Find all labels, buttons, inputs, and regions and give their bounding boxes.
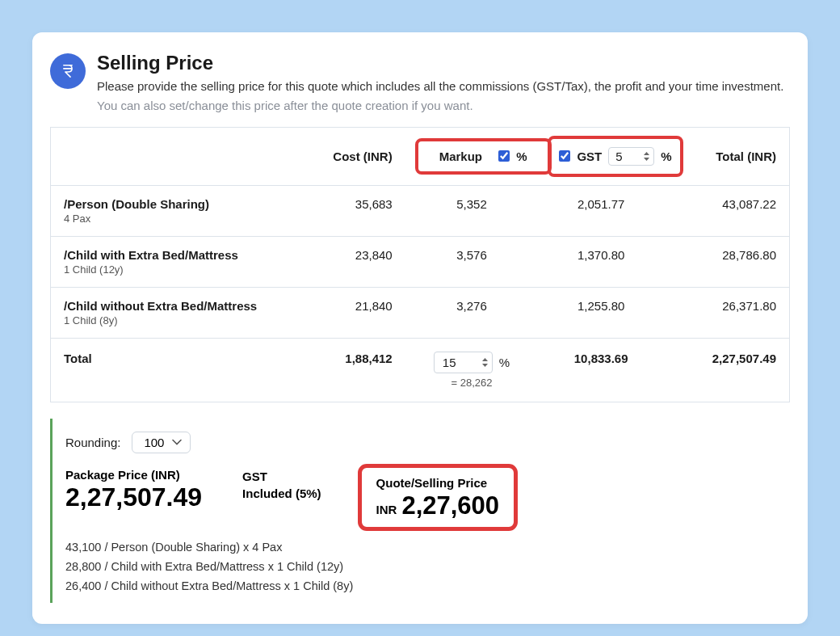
page-hint: You can also set/change this price after…: [97, 99, 783, 112]
summary-panel: Rounding: 100 Package Price (INR) 2,27,5…: [50, 419, 790, 603]
selling-price-card: Selling Price Please provide the selling…: [32, 32, 808, 624]
gst-summary-value: Included (5%): [242, 485, 321, 502]
markup-value-input[interactable]: [443, 356, 481, 369]
row-sublabel: 1 Child (8y): [64, 314, 274, 326]
totals-row: Total 1,88,412 % = 28,262: [51, 338, 790, 402]
markup-percent-checkbox[interactable]: [498, 150, 510, 162]
chevron-down-icon: [172, 439, 182, 445]
quote-price-label: Quote/Selling Price: [376, 476, 500, 490]
row-cost: 21,840: [287, 287, 405, 338]
breakdown-line: 26,400 / Child without Extra Bed/Mattres…: [65, 577, 777, 596]
rounding-label: Rounding:: [65, 436, 120, 449]
row-label: /Child with Extra Bed/Mattress: [64, 248, 274, 262]
breakdown-lines: 43,100 / Person (Double Sharing) x 4 Pax…: [65, 538, 777, 596]
row-label: /Person (Double Sharing): [64, 197, 274, 211]
row-cost: 35,683: [287, 185, 405, 236]
row-total: 28,786.80: [664, 236, 790, 287]
row-gst: 2,051.77: [538, 185, 664, 236]
price-table: Cost (INR) Markup % GST: [50, 127, 790, 402]
svg-point-0: [56, 59, 80, 83]
row-total: 43,087.22: [664, 185, 790, 236]
row-markup: 3,276: [405, 287, 539, 338]
gst-summary-block: GST Included (5%): [242, 468, 321, 502]
table-row: /Child without Extra Bed/Mattress1 Child…: [51, 287, 790, 338]
row-sublabel: 1 Child (12y): [64, 263, 274, 276]
gst-summary-label: GST: [242, 468, 321, 485]
markup-input-wrap[interactable]: [434, 352, 493, 373]
rupee-icon: [50, 53, 86, 89]
gst-checkbox[interactable]: [559, 150, 570, 162]
row-gst: 1,255.80: [538, 287, 664, 338]
gst-percent-label: %: [661, 150, 671, 163]
rounding-value: 100: [144, 436, 164, 449]
gst-value-input[interactable]: [615, 150, 643, 163]
col-markup-header: Markup: [439, 150, 482, 163]
gst-header-highlight: GST %: [551, 139, 679, 174]
markup-percent-sign: %: [499, 356, 510, 369]
gst-spinner[interactable]: [643, 151, 650, 162]
table-row: /Person (Double Sharing)4 Pax 35,683 5,3…: [51, 185, 790, 236]
markup-header-highlight: Markup %: [418, 141, 548, 171]
totals-label: Total: [51, 338, 288, 402]
totals-total: 2,27,507.49: [664, 338, 790, 402]
breakdown-line: 28,800 / Child with Extra Bed/Mattress x…: [65, 558, 777, 577]
row-total: 26,371.80: [664, 287, 790, 338]
markup-percent-label: %: [516, 150, 527, 163]
quote-price-highlight: Quote/Selling Price INR 2,27,600: [362, 468, 514, 527]
package-price-label: Package Price (INR): [65, 468, 202, 482]
markup-equals: = 28,262: [418, 377, 526, 389]
header: Selling Price Please provide the selling…: [50, 52, 790, 112]
quote-price-value: 2,27,600: [401, 491, 499, 520]
col-gst-header: GST: [577, 150, 602, 163]
row-gst: 1,370.80: [538, 236, 664, 287]
package-price-block: Package Price (INR) 2,27,507.49: [65, 468, 202, 512]
quote-currency: INR: [376, 503, 397, 516]
totals-cost: 1,88,412: [287, 338, 405, 402]
table-row: /Child with Extra Bed/Mattress1 Child (1…: [51, 236, 790, 287]
row-label: /Child without Extra Bed/Mattress: [64, 299, 274, 313]
totals-gst: 10,833.69: [538, 338, 664, 402]
row-markup: 5,352: [405, 185, 539, 236]
package-price-value: 2,27,507.49: [65, 483, 202, 512]
col-total-header: Total (INR): [664, 127, 790, 185]
row-sublabel: 4 Pax: [64, 213, 274, 225]
gst-input-wrap[interactable]: [608, 147, 654, 166]
page-description: Please provide the selling price for thi…: [97, 78, 783, 95]
row-cost: 23,840: [287, 236, 405, 287]
row-markup: 3,576: [405, 236, 539, 287]
markup-spinner[interactable]: [481, 357, 489, 368]
col-cost-header: Cost (INR): [287, 127, 405, 185]
page-title: Selling Price: [97, 52, 783, 74]
breakdown-line: 43,100 / Person (Double Sharing) x 4 Pax: [65, 538, 777, 558]
rounding-select[interactable]: 100: [132, 432, 191, 453]
